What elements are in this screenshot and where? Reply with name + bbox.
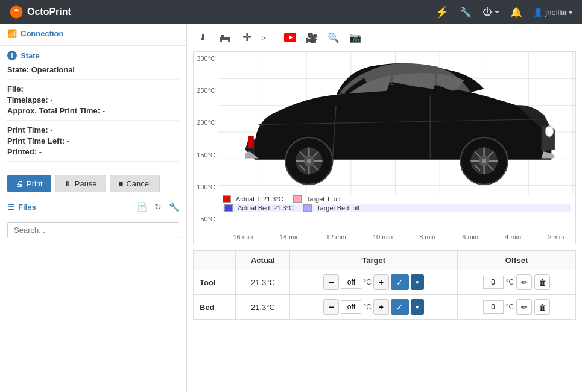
tool-target-input[interactable]: [341, 276, 361, 289]
legend-bed-actual-color: [224, 204, 233, 212]
navbar-icons: ⚡ 🔧 ⏻ ▾ 🔔 👤 jneilliii ▾: [435, 5, 573, 19]
state-title: i State: [7, 51, 179, 60]
youtube-tab[interactable]: [281, 29, 299, 46]
bell-icon[interactable]: 🔔: [510, 7, 522, 18]
approx-time-value: -: [103, 106, 105, 115]
print-time-label: Print Time:: [7, 125, 48, 134]
pause-button[interactable]: ⏸ Pause: [55, 175, 106, 192]
brand[interactable]: OctoPrint: [9, 5, 71, 19]
x-label-2: - 2 min: [544, 233, 565, 241]
lightning-icon[interactable]: ⚡: [435, 5, 449, 19]
y-label-300: 300°C: [196, 55, 215, 62]
tool-offset-input[interactable]: [483, 276, 504, 289]
bed-offset-input[interactable]: [483, 300, 504, 314]
power-icon[interactable]: ⏻ ▾: [482, 7, 499, 17]
wrench-icon[interactable]: 🔧: [460, 7, 472, 18]
camera-tab[interactable]: 📷: [346, 29, 364, 46]
bed-confirm-btn[interactable]: ✓: [391, 299, 409, 315]
y-axis: 300°C 250°C 200°C 150°C 100°C 50°C: [194, 52, 218, 226]
y-label-250: 250°C: [196, 87, 215, 94]
col-offset: Offset: [457, 251, 575, 270]
tool-edit-btn[interactable]: ✏: [516, 274, 532, 290]
chart-canvas: [218, 52, 575, 213]
legend-row-2: Actual Bed: 21.3°C Target Bed: off: [223, 204, 571, 212]
file-row: File:: [7, 84, 179, 93]
bed-minus-btn[interactable]: −: [323, 299, 339, 315]
cancel-button[interactable]: ■ Cancel: [110, 175, 160, 192]
bed-label: Bed: [194, 295, 236, 320]
username: jneilliii: [545, 8, 566, 17]
files-section-header: ☰ Files 📄 ↻ 🔧: [0, 197, 186, 217]
bed-plus-btn[interactable]: +: [373, 299, 389, 315]
file-add-icon[interactable]: 📄: [137, 202, 147, 212]
print-icon: 🖨: [16, 179, 24, 188]
print-label: Print: [27, 179, 43, 188]
temp-table-header: Actual Target Offset: [194, 251, 576, 270]
svg-point-37: [482, 159, 486, 163]
legend-actual-color: [223, 195, 231, 203]
x-axis: - 16 min - 14 min - 12 min - 10 min - 8 …: [218, 230, 575, 244]
file-settings-icon[interactable]: 🔧: [169, 202, 179, 212]
bed-offset-control: °C ✏ 🗑: [464, 299, 569, 315]
files-label[interactable]: Files: [18, 203, 36, 212]
cancel-label: Cancel: [126, 179, 150, 188]
search-input[interactable]: [7, 222, 179, 238]
webcam-tab[interactable]: 🎥: [303, 29, 321, 46]
terminal-tab[interactable]: > _: [259, 29, 277, 46]
legend-row-1: Actual T: 21.3°C Target T: off: [223, 195, 571, 203]
x-label-4: - 4 min: [501, 233, 522, 241]
main-layout: 📶 Connection i State State: Operational …: [0, 24, 582, 392]
connection-header[interactable]: 📶 Connection: [7, 29, 179, 38]
pause-icon: ⏸: [64, 179, 72, 188]
state-status-value: Operational: [31, 65, 75, 74]
tool-target-control: − °C + ✓ ▾: [296, 274, 451, 290]
sidebar: 📶 Connection i State State: Operational …: [0, 24, 187, 392]
tool-plus-btn[interactable]: +: [373, 274, 389, 290]
bed-confirm-btns: ✓ ▾: [391, 299, 424, 315]
bed-offset-unit: °C: [506, 303, 514, 311]
connection-label: Connection: [21, 29, 64, 38]
control-tab[interactable]: [216, 29, 234, 46]
file-refresh-icon[interactable]: ↻: [154, 202, 162, 212]
y-label-50: 50°C: [196, 215, 215, 223]
user-avatar-icon: 👤: [533, 8, 543, 17]
tool-dropdown-btn[interactable]: ▾: [411, 274, 424, 290]
search-tab[interactable]: 🔍: [324, 29, 343, 46]
file-label: File:: [7, 84, 24, 93]
main-content: 🌡 ✛ > _ 🎥 🔍 📷: [187, 24, 582, 392]
tool-minus-btn[interactable]: −: [323, 274, 339, 290]
print-time-left-label: Print Time Left:: [7, 136, 65, 145]
tool-confirm-btn[interactable]: ✓: [391, 274, 409, 290]
x-label-6: - 6 min: [458, 233, 479, 241]
svg-rect-4: [228, 40, 230, 42]
octoprint-logo: [9, 5, 24, 19]
signal-icon: 📶: [7, 29, 17, 38]
youtube-icon: [284, 33, 296, 42]
print-time-row: Print Time: -: [7, 125, 179, 134]
temperature-tab[interactable]: 🌡: [194, 29, 212, 46]
move-tab[interactable]: ✛: [238, 29, 256, 46]
x-label-14: - 14 min: [276, 233, 300, 241]
tool-delete-btn[interactable]: 🗑: [534, 274, 550, 290]
state-section: i State State: Operational File: Timelap…: [0, 46, 186, 170]
user-menu[interactable]: 👤 jneilliii ▾: [533, 8, 573, 17]
print-button[interactable]: 🖨 Print: [7, 175, 51, 192]
bed-icon: [220, 32, 230, 43]
col-name: [194, 251, 236, 270]
bed-dropdown-btn[interactable]: ▾: [411, 299, 424, 315]
approx-time-label: Approx. Total Print Time:: [7, 106, 100, 115]
print-time-left-value: -: [67, 136, 69, 145]
svg-rect-47: [248, 136, 254, 148]
divider-1: [7, 79, 179, 80]
legend-target-color: [293, 195, 302, 203]
cancel-icon: ■: [119, 179, 124, 188]
chart-legend: Actual T: 21.3°C Target T: off Actual Be…: [218, 194, 575, 213]
svg-rect-2: [221, 35, 224, 38]
svg-rect-3: [220, 40, 222, 42]
print-time-left-row: Print Time Left: -: [7, 136, 179, 145]
bed-delete-btn[interactable]: 🗑: [534, 299, 550, 315]
bed-target-input[interactable]: [341, 300, 361, 314]
tool-label: Tool: [194, 270, 236, 295]
bed-actual: 21.3°C: [236, 295, 290, 320]
bed-edit-btn[interactable]: ✏: [516, 299, 532, 315]
